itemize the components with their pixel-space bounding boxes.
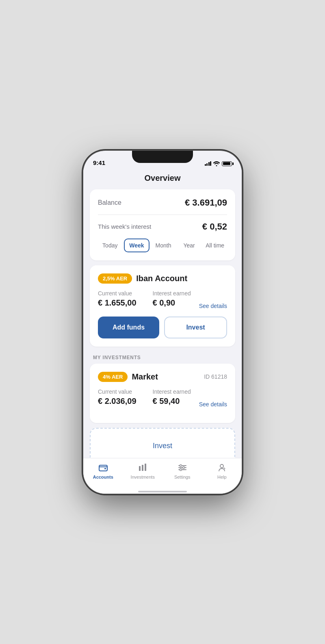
interest-row: This week's interest € 0,52 <box>98 221 227 232</box>
help-icon <box>217 462 227 473</box>
market-interest-label: Interest earned <box>153 388 191 395</box>
main-content: Overview Balance € 3.691,09 This week's … <box>83 169 242 458</box>
balance-row: Balance € 3.691,09 <box>98 197 227 215</box>
iban-values-row: Current value € 1.655,00 Interest earned… <box>98 290 227 309</box>
account-header: 2,5% AER Iban Account <box>98 273 227 284</box>
settings-icon <box>177 462 188 473</box>
nav-help[interactable]: Help <box>202 462 242 479</box>
battery-icon <box>222 161 232 166</box>
wifi-icon <box>213 161 220 166</box>
market-current-value-group: Current value € 2.036,09 <box>98 388 136 406</box>
tab-today[interactable]: Today <box>98 239 122 252</box>
phone-frame: 9:41 Overview <box>83 151 242 494</box>
tab-year[interactable]: Year <box>177 239 202 252</box>
iban-action-buttons: Add funds Invest <box>98 317 227 338</box>
svg-rect-2 <box>139 466 141 471</box>
market-account-card: 4% AER Market ID 61218 Current value € 2… <box>90 364 235 423</box>
invest-dashed-card[interactable]: Invest <box>90 428 235 458</box>
page-title: Overview <box>83 169 242 189</box>
tab-week[interactable]: Week <box>124 239 150 252</box>
status-icons <box>205 161 232 166</box>
svg-point-12 <box>225 468 225 469</box>
iban-values: Current value € 1.655,00 Interest earned… <box>98 290 191 308</box>
phone-screen: 9:41 Overview <box>83 151 242 494</box>
add-funds-button[interactable]: Add funds <box>98 317 159 338</box>
market-aer-badge: 4% AER <box>98 372 128 382</box>
balance-amount: € 3.691,09 <box>185 197 227 208</box>
svg-point-9 <box>182 466 184 468</box>
nav-settings-label: Settings <box>174 475 191 479</box>
svg-rect-3 <box>142 465 143 471</box>
wallet-icon <box>98 462 108 473</box>
tab-month[interactable]: Month <box>151 239 176 252</box>
market-current-value-label: Current value <box>98 388 136 395</box>
nav-investments[interactable]: Investments <box>123 462 163 479</box>
bottom-nav: Accounts Investments <box>83 458 242 491</box>
market-values-row: Current value € 2.036,09 Interest earned… <box>98 388 227 408</box>
interest-label: This week's interest <box>98 223 151 230</box>
iban-interest-value: € 0,90 <box>153 298 191 308</box>
market-interest-group: Interest earned € 59,40 <box>153 388 191 406</box>
iban-interest-label: Interest earned <box>153 290 191 297</box>
market-account-name: Market <box>132 372 158 382</box>
invest-dashed-label: Invest <box>153 442 172 450</box>
notch <box>132 151 193 163</box>
tab-alltime[interactable]: All time <box>203 239 227 252</box>
svg-rect-4 <box>145 464 146 471</box>
balance-card: Balance € 3.691,09 This week's interest … <box>90 189 235 260</box>
nav-help-label: Help <box>217 475 227 479</box>
iban-account-card: 2,5% AER Iban Account Current value € 1.… <box>90 265 235 347</box>
market-account-id: ID 61218 <box>204 373 227 380</box>
investments-icon <box>137 462 148 473</box>
iban-current-value: € 1.655,00 <box>98 298 136 308</box>
market-interest-value: € 59,40 <box>153 397 191 406</box>
nav-accounts[interactable]: Accounts <box>83 462 123 479</box>
svg-rect-0 <box>99 465 107 471</box>
signal-icon <box>205 161 212 166</box>
market-current-value: € 2.036,09 <box>98 397 136 406</box>
iban-current-value-group: Current value € 1.655,00 <box>98 290 136 308</box>
iban-interest-group: Interest earned € 0,90 <box>153 290 191 308</box>
iban-see-details[interactable]: See details <box>199 303 227 309</box>
iban-aer-badge: 2,5% AER <box>98 273 132 284</box>
interest-amount: € 0,52 <box>202 221 227 232</box>
invest-button[interactable]: Invest <box>164 317 227 338</box>
market-values: Current value € 2.036,09 Interest earned… <box>98 388 191 406</box>
svg-point-8 <box>180 464 182 466</box>
home-indicator <box>83 491 242 494</box>
investments-section-label: MY INVESTMENTS <box>83 351 242 364</box>
balance-label: Balance <box>98 199 121 206</box>
market-account-header: 4% AER Market ID 61218 <box>98 372 227 382</box>
market-see-details[interactable]: See details <box>199 401 227 408</box>
svg-point-10 <box>180 468 182 471</box>
nav-accounts-label: Accounts <box>93 475 113 479</box>
svg-point-11 <box>220 464 223 468</box>
iban-account-name: Iban Account <box>136 274 187 283</box>
nav-investments-label: Investments <box>131 475 155 479</box>
status-time: 9:41 <box>93 159 105 166</box>
nav-settings[interactable]: Settings <box>162 462 202 479</box>
svg-rect-1 <box>104 468 106 469</box>
iban-current-value-label: Current value <box>98 290 136 297</box>
period-tabs: Today Week Month Year All time <box>98 239 227 252</box>
